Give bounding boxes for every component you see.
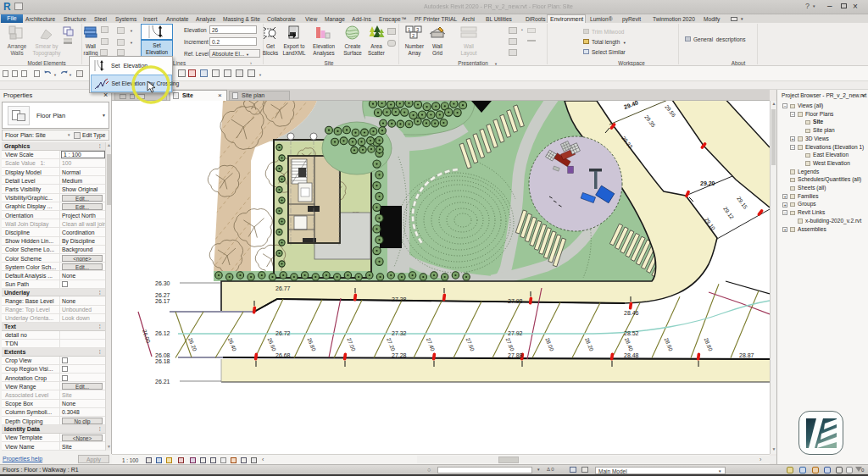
svg-text:27.88: 27.88 [508, 352, 523, 358]
svg-text:27.28: 27.28 [392, 352, 407, 358]
svg-text:28.87: 28.87 [739, 352, 754, 358]
svg-text:27.92: 27.92 [508, 330, 523, 336]
svg-text:26.12: 26.12 [155, 330, 170, 336]
svg-text:27.98: 27.98 [508, 298, 523, 304]
svg-text:26.27: 26.27 [155, 292, 170, 298]
svg-text:29.20: 29.20 [700, 180, 715, 186]
svg-text:26.77: 26.77 [275, 285, 291, 291]
svg-text:26.30: 26.30 [155, 280, 170, 286]
svg-text:26.68: 26.68 [275, 352, 291, 358]
svg-text:26.08: 26.08 [155, 352, 170, 358]
svg-text:26.21: 26.21 [155, 379, 170, 385]
svg-text:28.48: 28.48 [624, 352, 639, 358]
svg-text:27.38: 27.38 [392, 296, 407, 302]
svg-text:28.52: 28.52 [624, 330, 639, 336]
svg-text:26.72: 26.72 [275, 330, 291, 336]
svg-text:27.32: 27.32 [392, 330, 407, 336]
svg-text:26.17: 26.17 [155, 298, 170, 304]
svg-text:28.46: 28.46 [624, 310, 639, 316]
svg-text:26.18: 26.18 [155, 358, 170, 364]
